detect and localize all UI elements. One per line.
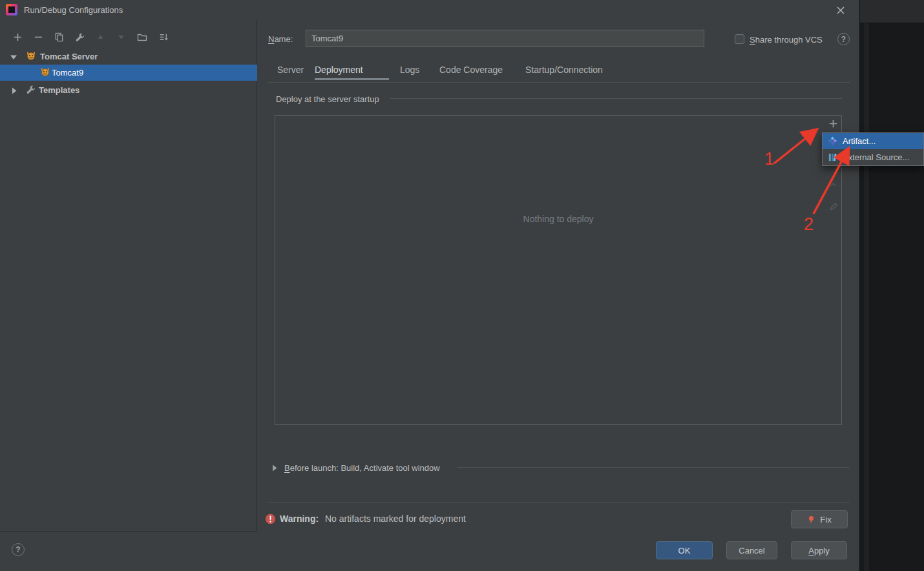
dialog-title: Run/Debug Configurations bbox=[24, 5, 123, 15]
before-launch-label[interactable]: Before launch: Build, Activate tool wind… bbox=[284, 463, 440, 473]
help-button[interactable]: ? bbox=[12, 543, 25, 556]
active-tab-underline bbox=[315, 78, 389, 80]
quickfix-bulb-icon bbox=[807, 515, 815, 524]
tree-group-label: Templates bbox=[39, 85, 79, 95]
fix-button[interactable]: Fix bbox=[791, 510, 848, 528]
background-ide-edge bbox=[864, 23, 869, 571]
configurations-sidebar: Tomcat Server Tomcat9 Templates bbox=[0, 19, 257, 532]
empty-deploy-message: Nothing to deploy bbox=[275, 214, 841, 224]
tab-code-coverage[interactable]: Code Coverage bbox=[439, 65, 503, 75]
add-icon[interactable] bbox=[12, 32, 23, 43]
tree-group-label: Tomcat Server bbox=[40, 52, 98, 61]
name-input[interactable] bbox=[306, 30, 704, 47]
edit-defaults-wrench-icon[interactable] bbox=[74, 32, 85, 43]
intellij-logo-icon bbox=[6, 4, 17, 16]
add-deployment-popup: Artifact... External Source... bbox=[822, 132, 924, 166]
fix-button-label: Fix bbox=[820, 515, 831, 524]
tree-group-tomcat-server[interactable]: Tomcat Server bbox=[0, 49, 257, 65]
tabs-separator bbox=[268, 82, 850, 83]
deployment-list-panel: Nothing to deploy bbox=[275, 115, 842, 425]
warning-title: Warning: bbox=[280, 514, 319, 524]
share-through-vcs-label[interactable]: Share through VCS bbox=[750, 35, 823, 45]
deploy-section-title: Deploy at the server startup bbox=[276, 94, 379, 104]
ok-button[interactable]: OK bbox=[656, 541, 713, 559]
tree-item-label: Tomcat9 bbox=[52, 68, 83, 78]
expand-triangle-icon[interactable] bbox=[272, 464, 277, 472]
warning-message: No artifacts marked for deployment bbox=[325, 514, 466, 524]
share-through-vcs-checkbox[interactable] bbox=[735, 34, 744, 44]
run-debug-configurations-dialog: Run/Debug Configurations bbox=[0, 0, 859, 571]
move-up-icon[interactable] bbox=[95, 32, 106, 43]
sort-configurations-icon[interactable] bbox=[158, 32, 169, 43]
dialog-titlebar: Run/Debug Configurations bbox=[0, 0, 859, 19]
apply-button-label: Apply bbox=[808, 546, 830, 555]
deploy-section-line bbox=[390, 98, 842, 99]
tab-server[interactable]: Server bbox=[277, 65, 304, 75]
background-ide-area bbox=[859, 0, 924, 571]
external-source-icon bbox=[828, 152, 837, 162]
edit-pencil-icon[interactable] bbox=[828, 201, 839, 212]
close-icon[interactable] bbox=[834, 3, 848, 17]
add-deployment-icon[interactable] bbox=[828, 118, 839, 129]
apply-button[interactable]: Apply bbox=[791, 541, 847, 559]
tab-deployment[interactable]: Deployment bbox=[315, 65, 363, 75]
popup-item-external-source[interactable]: External Source... bbox=[823, 149, 923, 165]
tomcat-icon bbox=[26, 51, 36, 61]
chevron-right-icon[interactable] bbox=[12, 87, 17, 94]
tree-item-tomcat9-selected[interactable]: Tomcat9 bbox=[0, 65, 257, 81]
popup-item-label: External Source... bbox=[843, 152, 909, 162]
bottom-separator bbox=[268, 503, 850, 503]
tree-group-templates[interactable]: Templates bbox=[0, 83, 257, 98]
cancel-button-label: Cancel bbox=[739, 546, 764, 555]
popup-item-artifact[interactable]: Artifact... bbox=[823, 133, 923, 149]
tab-startup-connection[interactable]: Startup/Connection bbox=[525, 65, 603, 75]
ok-button-label: OK bbox=[678, 546, 691, 555]
popup-item-label: Artifact... bbox=[843, 136, 876, 146]
help-icon[interactable]: ? bbox=[837, 33, 850, 45]
wrench-icon bbox=[26, 85, 36, 94]
name-label: Name: bbox=[268, 34, 293, 44]
new-folder-icon[interactable] bbox=[136, 32, 147, 43]
before-launch-line bbox=[457, 467, 850, 468]
artifact-icon bbox=[828, 136, 837, 146]
warning-icon bbox=[265, 514, 276, 524]
copy-icon[interactable] bbox=[54, 32, 65, 43]
tab-logs[interactable]: Logs bbox=[400, 65, 419, 75]
move-down-icon[interactable] bbox=[116, 32, 127, 43]
move-up-icon[interactable] bbox=[828, 180, 839, 191]
background-ide-topbar bbox=[860, 0, 924, 23]
chevron-down-icon[interactable] bbox=[10, 54, 17, 60]
remove-icon[interactable] bbox=[33, 32, 44, 43]
tomcat-icon bbox=[40, 67, 50, 78]
cancel-button[interactable]: Cancel bbox=[726, 541, 777, 559]
